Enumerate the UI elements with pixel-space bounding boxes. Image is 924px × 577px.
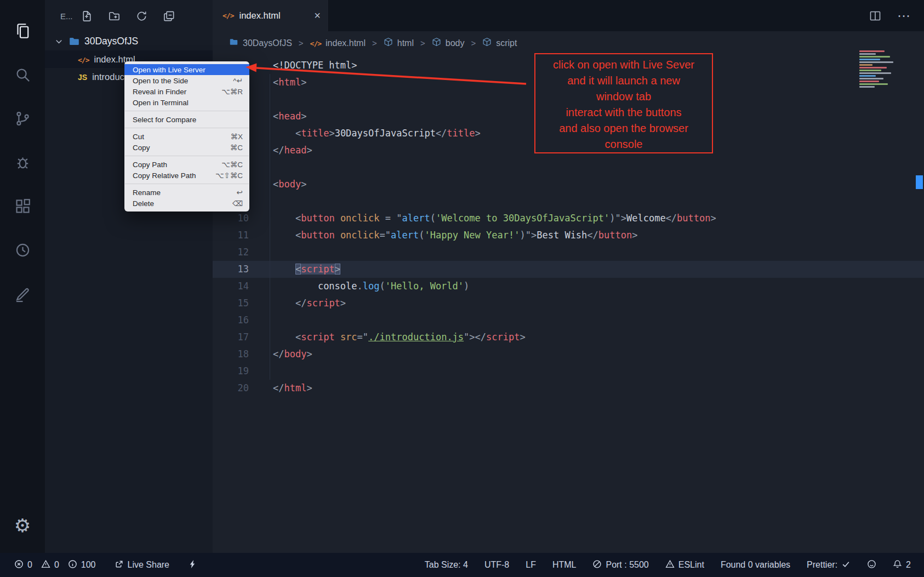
- code-line[interactable]: 13 <script>: [213, 261, 924, 278]
- status-port[interactable]: Port : 5500: [592, 559, 648, 571]
- menu-item-label: Copy Relative Path: [133, 172, 196, 180]
- code-line[interactable]: 7: [213, 159, 924, 176]
- warning-icon: [41, 559, 50, 571]
- status-feedback[interactable]: [867, 559, 876, 571]
- status-notifications[interactable]: 2: [893, 559, 911, 571]
- status-errors[interactable]: 0: [14, 559, 32, 571]
- code-line[interactable]: 14 console.log('Hello, World'): [213, 278, 924, 295]
- status-label: 0: [27, 560, 32, 570]
- minimap[interactable]: [859, 50, 910, 88]
- line-number: 17: [213, 329, 249, 346]
- code-line[interactable]: 10 <button onclick = "alert('Welcome to …: [213, 210, 924, 227]
- code-text: </html>: [264, 380, 312, 397]
- breadcrumb-item-script[interactable]: script: [482, 37, 517, 49]
- status-bolt[interactable]: [188, 559, 197, 571]
- menu-item-open-with-live-server[interactable]: Open with Live Server: [124, 64, 249, 75]
- menu-item-select-for-compare[interactable]: Select for Compare: [124, 114, 249, 125]
- breadcrumb: 30DaysOfJS></>index.html>html>body>scrip…: [213, 31, 924, 55]
- annotation-box: click on open with Live Sever and it wil…: [534, 53, 713, 153]
- code-text: [264, 91, 273, 108]
- breadcrumb-label: body: [446, 38, 465, 48]
- code-text: </body>: [264, 346, 312, 363]
- chevron-down-icon: [54, 36, 64, 47]
- status-language-mode[interactable]: HTML: [552, 560, 577, 570]
- breadcrumb-item-html[interactable]: html: [384, 37, 414, 49]
- port-icon: [592, 559, 602, 571]
- settings-gear-icon[interactable]: ⚙: [14, 516, 31, 535]
- status-encoding[interactable]: UTF-8: [484, 560, 509, 570]
- menu-item-open-to-the-side[interactable]: Open to the Side^↵: [124, 75, 249, 86]
- code-line[interactable]: 20</html>: [213, 380, 924, 397]
- new-folder-icon[interactable]: [108, 10, 121, 22]
- code-line[interactable]: 16: [213, 312, 924, 329]
- menu-item-copy[interactable]: Copy⌘C: [124, 142, 249, 153]
- status-eslint[interactable]: ESLint: [665, 559, 704, 571]
- breadcrumb-item-index.html[interactable]: </>index.html: [310, 38, 366, 48]
- menu-item-copy-path[interactable]: Copy Path⌥⌘C: [124, 159, 249, 170]
- source-control-icon[interactable]: [0, 96, 45, 140]
- menu-item-cut[interactable]: Cut⌘X: [124, 131, 249, 142]
- new-file-icon[interactable]: [81, 10, 93, 22]
- explorer-title: E...: [60, 12, 73, 21]
- split-editor-icon[interactable]: [869, 9, 882, 22]
- line-number: 20: [213, 380, 249, 397]
- activity-bar: ⚙: [0, 0, 45, 553]
- bolt-icon: [188, 559, 197, 571]
- code-text: </head>: [264, 142, 312, 159]
- status-live-share[interactable]: Live Share: [115, 559, 170, 571]
- more-actions-icon[interactable]: ⋯: [897, 8, 911, 24]
- tab-index-html[interactable]: </> index.html ×: [213, 0, 329, 31]
- status-variables[interactable]: Found 0 variables: [721, 560, 790, 570]
- menu-item-label: Delete: [133, 199, 154, 208]
- explorer-actions: [81, 10, 175, 22]
- edit-session-icon[interactable]: [0, 272, 45, 316]
- refresh-icon[interactable]: [135, 10, 148, 22]
- folder-icon: [229, 37, 238, 49]
- code-line[interactable]: 12: [213, 244, 924, 261]
- status-label: Live Share: [128, 560, 170, 570]
- code-line[interactable]: 19: [213, 363, 924, 380]
- code-line[interactable]: 15 </script>: [213, 295, 924, 312]
- status-label: LF: [526, 560, 536, 570]
- tab-close-icon[interactable]: ×: [314, 9, 321, 22]
- code-text: [264, 244, 273, 261]
- status-right: Tab Size: 4UTF-8LFHTMLPort : 5500ESLintF…: [425, 559, 911, 571]
- menu-item-open-in-terminal[interactable]: Open in Terminal: [124, 97, 249, 108]
- code-line[interactable]: 17 <script src="./introduction.js"></scr…: [213, 329, 924, 346]
- status-info[interactable]: 100: [68, 559, 96, 571]
- breadcrumb-label: 30DaysOfJS: [243, 38, 292, 48]
- breadcrumb-item-30DaysOfJS[interactable]: 30DaysOfJS: [229, 37, 292, 49]
- menu-item-copy-relative-path[interactable]: Copy Relative Path⌥⇧⌘C: [124, 170, 249, 181]
- status-bar: 00100Live Share Tab Size: 4UTF-8LFHTMLPo…: [0, 553, 924, 577]
- code-line[interactable]: 8<body>: [213, 176, 924, 193]
- status-label: Prettier:: [807, 560, 837, 570]
- extensions-icon[interactable]: [0, 184, 45, 228]
- code-line[interactable]: 9: [213, 193, 924, 210]
- scrollbar-marker: [916, 175, 923, 189]
- code-text: [264, 159, 273, 176]
- code-text: <button onclick = "alert('Welcome to 30D…: [264, 210, 716, 227]
- menu-item-reveal-in-finder[interactable]: Reveal in Finder⌥⌘R: [124, 86, 249, 97]
- status-tab-size[interactable]: Tab Size: 4: [425, 560, 468, 570]
- explorer-icon[interactable]: [0, 9, 45, 53]
- status-prettier[interactable]: Prettier:: [807, 559, 851, 571]
- status-label: 0: [54, 560, 59, 570]
- status-label: 100: [81, 560, 96, 570]
- line-number: 18: [213, 346, 249, 363]
- collapse-all-icon[interactable]: [163, 10, 175, 22]
- debug-icon[interactable]: [0, 140, 45, 184]
- status-eol[interactable]: LF: [526, 560, 536, 570]
- menu-item-rename[interactable]: Rename↩: [124, 187, 249, 198]
- search-icon[interactable]: [0, 53, 45, 96]
- code-line[interactable]: 18</body>: [213, 346, 924, 363]
- tree-root-folder[interactable]: 30DaysOfJS: [45, 32, 213, 50]
- code-line[interactable]: 11 <button onclick="alert('Happy New Yea…: [213, 227, 924, 244]
- code-text: <script src="./introduction.js"></script…: [264, 329, 526, 346]
- line-number: 12: [213, 244, 249, 261]
- history-icon[interactable]: [0, 228, 45, 272]
- breadcrumb-item-body[interactable]: body: [432, 37, 465, 49]
- status-warnings[interactable]: 0: [41, 559, 59, 571]
- breadcrumb-label: script: [496, 38, 517, 48]
- line-number: 10: [213, 210, 249, 227]
- menu-item-delete[interactable]: Delete⌫: [124, 198, 249, 209]
